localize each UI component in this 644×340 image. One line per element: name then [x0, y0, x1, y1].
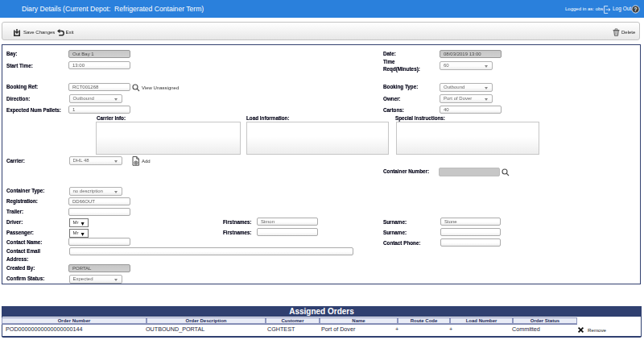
svg-text:?: ? [634, 6, 638, 12]
